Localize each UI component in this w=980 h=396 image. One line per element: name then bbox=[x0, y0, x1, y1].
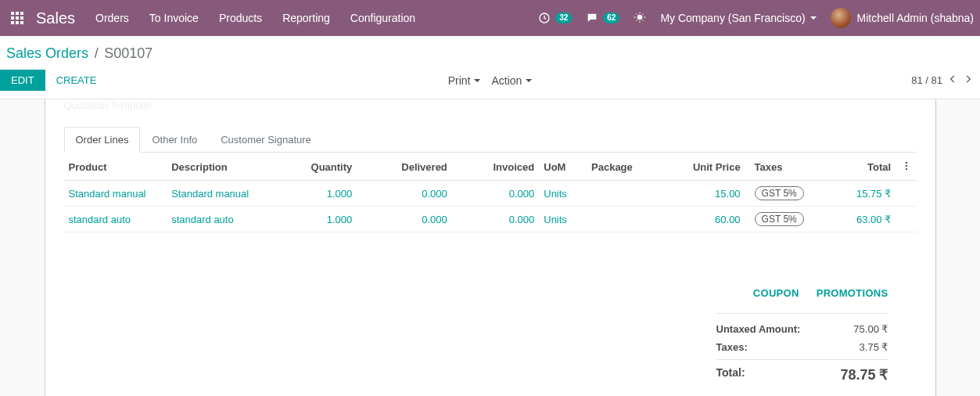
tabs: Order Lines Other Info Customer Signatur… bbox=[64, 127, 917, 153]
create-button[interactable]: CREATE bbox=[45, 70, 108, 91]
action-dropdown[interactable]: Action bbox=[491, 74, 532, 87]
untaxed-label: Untaxed Amount: bbox=[716, 323, 801, 335]
breadcrumb-separator: / bbox=[95, 45, 99, 61]
menu-reporting[interactable]: Reporting bbox=[282, 12, 330, 24]
col-taxes: Taxes bbox=[745, 154, 817, 181]
form-sheet: Quotation Template Order Lines Other Inf… bbox=[45, 99, 936, 396]
cell-total: 63.00 ₹ bbox=[856, 214, 891, 225]
col-options[interactable] bbox=[896, 154, 916, 181]
cell-tax-chip: GST 5% bbox=[755, 212, 804, 226]
tab-other-info[interactable]: Other Info bbox=[140, 127, 209, 152]
coupon-button[interactable]: COUPON bbox=[753, 287, 799, 299]
activities-button[interactable]: 32 bbox=[538, 12, 572, 24]
cell-unit-price: 60.00 bbox=[715, 214, 741, 225]
cell-description: Standard manual bbox=[171, 188, 249, 200]
col-product: Product bbox=[64, 154, 167, 181]
print-label: Print bbox=[448, 74, 471, 87]
breadcrumb-parent[interactable]: Sales Orders bbox=[6, 45, 88, 61]
debug-button[interactable] bbox=[634, 11, 646, 26]
main-menu: Orders To Invoice Products Reporting Con… bbox=[95, 12, 415, 24]
menu-orders[interactable]: Orders bbox=[95, 12, 129, 24]
menu-configuration[interactable]: Configuration bbox=[350, 12, 415, 24]
chevron-right-icon bbox=[963, 74, 974, 85]
action-label: Action bbox=[491, 74, 522, 87]
company-switcher[interactable]: My Company (San Francisco) bbox=[660, 12, 816, 24]
pager-prev[interactable] bbox=[947, 74, 958, 87]
company-label: My Company (San Francisco) bbox=[660, 12, 805, 24]
chat-icon bbox=[586, 12, 598, 24]
activities-badge: 32 bbox=[555, 13, 572, 23]
total-label: Total: bbox=[716, 366, 745, 383]
tab-customer-signature[interactable]: Customer Signature bbox=[209, 127, 323, 152]
table-row[interactable]: Standard manualStandard manual1.0000.000… bbox=[64, 181, 917, 207]
chevron-down-icon bbox=[810, 16, 817, 20]
pager-counter[interactable]: 81 / 81 bbox=[911, 74, 942, 86]
cell-tax-chip: GST 5% bbox=[755, 186, 804, 200]
discuss-button[interactable]: 62 bbox=[586, 12, 619, 24]
control-bar: EDIT CREATE Print Action 81 / 81 bbox=[0, 67, 980, 99]
col-total: Total bbox=[817, 154, 896, 181]
bug-icon bbox=[634, 11, 646, 23]
cell-delivered: 0.000 bbox=[422, 214, 447, 225]
menu-products[interactable]: Products bbox=[219, 12, 262, 24]
col-delivered: Delivered bbox=[357, 154, 452, 181]
col-description: Description bbox=[167, 154, 285, 181]
total-value: 78.75 ₹ bbox=[840, 366, 888, 383]
col-uom: UoM bbox=[539, 154, 587, 181]
quotation-template-label: Quotation Template bbox=[64, 99, 917, 111]
clock-icon bbox=[538, 12, 551, 24]
totals-block: Untaxed Amount: 75.00 ₹ Taxes: 3.75 ₹ To… bbox=[716, 313, 888, 387]
cell-product: Standard manual bbox=[69, 188, 146, 200]
untaxed-value: 75.00 ₹ bbox=[853, 323, 888, 335]
cell-invoiced: 0.000 bbox=[509, 188, 535, 200]
pager-next[interactable] bbox=[963, 74, 974, 87]
cell-uom: Units bbox=[544, 188, 567, 200]
col-package: Package bbox=[587, 154, 666, 181]
table-row[interactable]: standard autostandard auto1.0000.0000.00… bbox=[64, 207, 917, 232]
svg-point-3 bbox=[905, 165, 906, 167]
cell-delivered: 0.000 bbox=[422, 188, 447, 200]
breadcrumb-current: S00107 bbox=[104, 45, 153, 61]
chevron-down-icon bbox=[526, 79, 532, 82]
tab-order-lines[interactable]: Order Lines bbox=[64, 127, 141, 153]
chevron-left-icon bbox=[947, 74, 958, 85]
promotions-button[interactable]: PROMOTIONS bbox=[817, 287, 888, 299]
cell-invoiced: 0.000 bbox=[509, 214, 535, 225]
breadcrumb: Sales Orders / S00107 bbox=[0, 36, 980, 67]
menu-to-invoice[interactable]: To Invoice bbox=[149, 12, 199, 24]
app-brand[interactable]: Sales bbox=[36, 9, 75, 27]
cell-product: standard auto bbox=[69, 214, 131, 225]
col-unit-price: Unit Price bbox=[666, 154, 745, 181]
cell-total: 15.75 ₹ bbox=[856, 188, 891, 200]
cell-quantity: 1.000 bbox=[327, 214, 353, 225]
print-dropdown[interactable]: Print bbox=[448, 74, 481, 87]
cell-quantity: 1.000 bbox=[327, 188, 353, 200]
col-invoiced: Invoiced bbox=[452, 154, 539, 181]
cell-unit-price: 15.00 bbox=[715, 188, 741, 200]
user-label: Mitchell Admin (shabna) bbox=[857, 12, 974, 24]
chevron-down-icon bbox=[474, 79, 480, 82]
cell-description: standard auto bbox=[171, 214, 234, 225]
discuss-badge: 62 bbox=[603, 13, 619, 23]
svg-point-2 bbox=[905, 162, 906, 164]
svg-point-1 bbox=[637, 14, 643, 20]
taxes-label: Taxes: bbox=[716, 341, 748, 353]
edit-button[interactable]: EDIT bbox=[0, 70, 45, 91]
order-lines-table: Product Description Quantity Delivered I… bbox=[64, 154, 917, 232]
kebab-icon bbox=[901, 162, 912, 174]
col-quantity: Quantity bbox=[285, 154, 357, 181]
taxes-value: 3.75 ₹ bbox=[860, 341, 888, 353]
apps-icon[interactable] bbox=[6, 7, 28, 29]
top-navbar: Sales Orders To Invoice Products Reporti… bbox=[0, 0, 980, 36]
user-menu[interactable]: Mitchell Admin (shabna) bbox=[831, 8, 974, 28]
svg-point-4 bbox=[905, 168, 906, 170]
cell-uom: Units bbox=[544, 214, 567, 225]
avatar bbox=[831, 8, 851, 28]
